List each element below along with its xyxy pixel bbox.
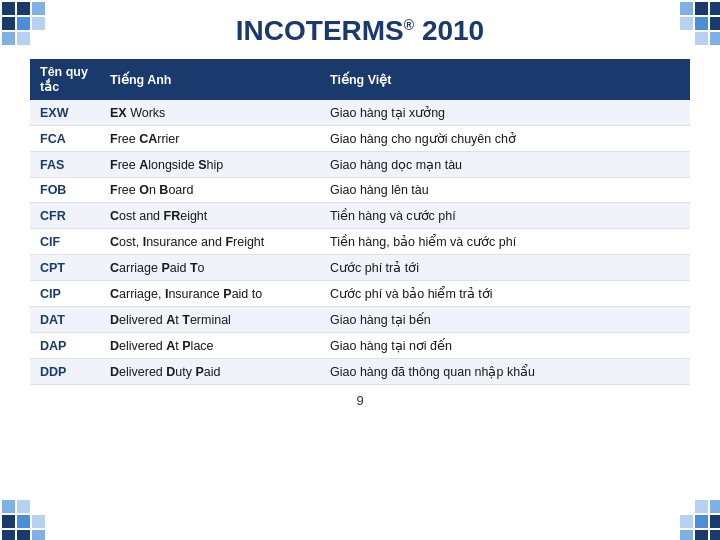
table-row: CFRCost and FReightTiền hàng và cước phí — [30, 203, 690, 229]
cell-vietnamese: Tiền hàng và cước phí — [320, 203, 690, 229]
cell-english: Free On Board — [100, 178, 320, 203]
cell-english: Free CArrier — [100, 126, 320, 152]
table-row: FOBFree On BoardGiao hàng lên tàu — [30, 178, 690, 203]
cell-code: EXW — [30, 100, 100, 126]
col-header-vietnamese: Tiếng Việt — [320, 59, 690, 100]
cell-english: Cost, Insurance and Freight — [100, 229, 320, 255]
cell-english: Delivered At Terminal — [100, 307, 320, 333]
cell-code: CPT — [30, 255, 100, 281]
cell-code: FAS — [30, 152, 100, 178]
cell-vietnamese: Giao hàng tại bến — [320, 307, 690, 333]
table-row: CIFCost, Insurance and FreightTiền hàng,… — [30, 229, 690, 255]
cell-english: EX Works — [100, 100, 320, 126]
table-header-row: Tên quy tắc Tiếng Anh Tiếng Việt — [30, 59, 690, 100]
table-row: DAPDelivered At PlaceGiao hàng tại nơi đ… — [30, 333, 690, 359]
cell-english: Free Alongside Ship — [100, 152, 320, 178]
cell-vietnamese: Tiền hàng, bảo hiểm và cước phí — [320, 229, 690, 255]
cell-vietnamese: Giao hàng dọc mạn tàu — [320, 152, 690, 178]
cell-code: CIP — [30, 281, 100, 307]
cell-english: Carriage, Insurance Paid to — [100, 281, 320, 307]
cell-code: FOB — [30, 178, 100, 203]
table-row: FASFree Alongside ShipGiao hàng dọc mạn … — [30, 152, 690, 178]
cell-code: DAP — [30, 333, 100, 359]
page-title: INCOTERMS® 2010 — [30, 15, 690, 47]
cell-vietnamese: Cước phí và bảo hiểm trả tới — [320, 281, 690, 307]
cell-code: DAT — [30, 307, 100, 333]
table-row: FCAFree CArrierGiao hàng cho người chuyê… — [30, 126, 690, 152]
col-header-code: Tên quy tắc — [30, 59, 100, 100]
col-header-english: Tiếng Anh — [100, 59, 320, 100]
cell-vietnamese: Giao hàng tại xưởng — [320, 100, 690, 126]
table-row: DATDelivered At TerminalGiao hàng tại bế… — [30, 307, 690, 333]
cell-vietnamese: Giao hàng lên tàu — [320, 178, 690, 203]
cell-vietnamese: Cước phí trả tới — [320, 255, 690, 281]
cell-code: CIF — [30, 229, 100, 255]
cell-vietnamese: Giao hàng tại nơi đến — [320, 333, 690, 359]
table-row: DDPDelivered Duty PaidGiao hàng đã thông… — [30, 359, 690, 385]
cell-vietnamese: Giao hàng cho người chuyên chở — [320, 126, 690, 152]
page-number: 9 — [30, 393, 690, 408]
cell-code: DDP — [30, 359, 100, 385]
incoterms-table: Tên quy tắc Tiếng Anh Tiếng Việt EXWEX W… — [30, 59, 690, 385]
cell-code: FCA — [30, 126, 100, 152]
table-row: CPTCarriage Paid ToCước phí trả tới — [30, 255, 690, 281]
cell-english: Delivered At Place — [100, 333, 320, 359]
cell-english: Cost and FReight — [100, 203, 320, 229]
table-row: EXWEX WorksGiao hàng tại xưởng — [30, 100, 690, 126]
cell-vietnamese: Giao hàng đã thông quan nhập khẩu — [320, 359, 690, 385]
cell-code: CFR — [30, 203, 100, 229]
cell-english: Carriage Paid To — [100, 255, 320, 281]
cell-english: Delivered Duty Paid — [100, 359, 320, 385]
table-row: CIPCarriage, Insurance Paid toCước phí v… — [30, 281, 690, 307]
